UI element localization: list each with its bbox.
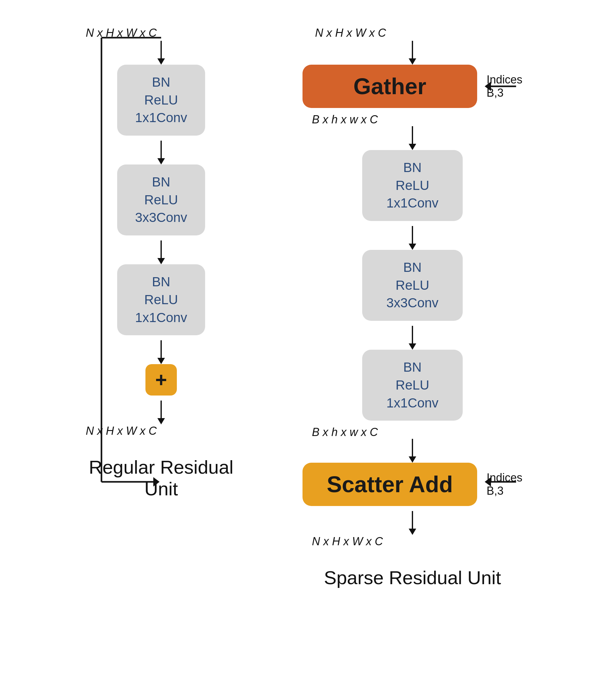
right-box3: BN ReLU 1x1Conv bbox=[362, 350, 463, 421]
right-mid-label: B x h x w x C bbox=[312, 113, 378, 126]
right-title: Sparse Residual Unit bbox=[302, 567, 523, 589]
right-arrow-2 bbox=[412, 126, 413, 145]
arrow-4 bbox=[161, 340, 162, 359]
left-diagram: N x H x W x C BN ReLU 1x1Conv BN ReLU bbox=[82, 25, 240, 589]
right-arrow-5 bbox=[412, 439, 413, 458]
right-box1: BN ReLU 1x1Conv bbox=[362, 150, 463, 221]
arrow-3 bbox=[161, 241, 162, 259]
left-plus-box: + bbox=[145, 364, 177, 396]
indices-label-2: Indices bbox=[487, 471, 523, 484]
arrow-1 bbox=[161, 41, 162, 60]
right-before-scatter-label: B x h x w x C bbox=[312, 426, 378, 439]
right-box2: BN ReLU 3x3Conv bbox=[362, 250, 463, 321]
indices-label-1: Indices bbox=[487, 73, 523, 86]
arrow-5 bbox=[161, 401, 162, 419]
left-box3: BN ReLU 1x1Conv bbox=[117, 264, 205, 335]
right-arrow-1 bbox=[412, 41, 413, 60]
right-arrow-3 bbox=[412, 226, 413, 245]
scatter-box: Scatter Add bbox=[302, 463, 477, 506]
indices-b3-1: B,3 bbox=[487, 86, 523, 100]
right-diagram: N x H x W x C Gather Indices B,3 B x h x… bbox=[302, 25, 523, 589]
arrow-2 bbox=[161, 141, 162, 159]
right-output-label: N x H x W x C bbox=[312, 535, 383, 548]
indices-b3-2: B,3 bbox=[487, 484, 523, 498]
right-arrow-4 bbox=[412, 326, 413, 345]
left-box1: BN ReLU 1x1Conv bbox=[117, 65, 205, 135]
left-input-label: N x H x W x C bbox=[86, 26, 157, 40]
left-box2: BN ReLU 3x3Conv bbox=[117, 165, 205, 235]
right-input-label: N x H x W x C bbox=[315, 26, 386, 40]
left-output-label: N x H x W x C bbox=[86, 424, 157, 438]
right-arrow-6 bbox=[412, 511, 413, 530]
left-title: Regular Residual Unit bbox=[82, 456, 240, 500]
gather-box: Gather bbox=[302, 65, 477, 108]
